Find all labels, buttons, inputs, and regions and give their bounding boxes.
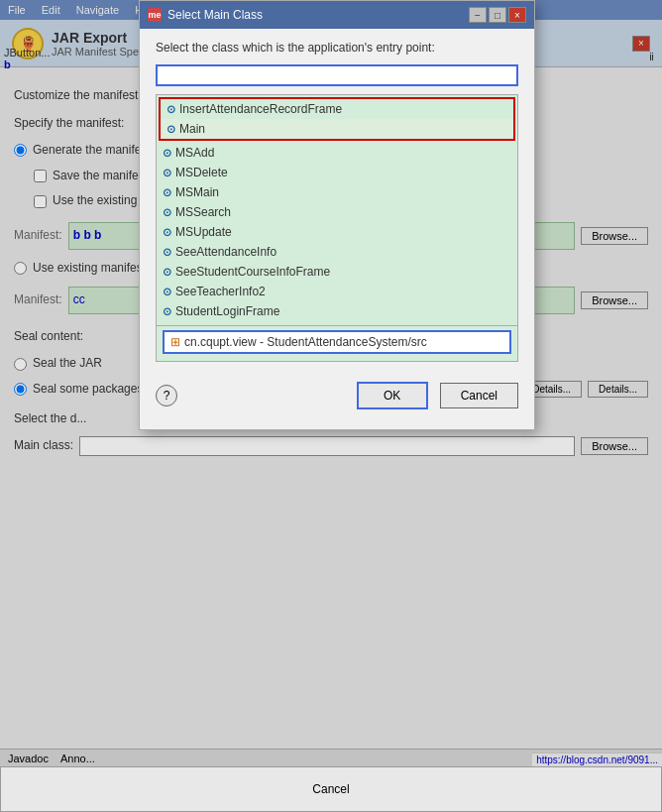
class-icon-seeattend: ⊙ (163, 246, 171, 259)
class-item-studentlogin[interactable]: ⊙ StudentLoginFrame (157, 301, 517, 321)
class-item-msadd[interactable]: ⊙ MSAdd (157, 143, 517, 163)
class-item-msmain[interactable]: ⊙ MSMain (157, 182, 517, 202)
class-icon-main: ⊙ (166, 123, 175, 136)
source-item[interactable]: ⊞ cn.cqupt.view - StudentAttendanceSyste… (163, 330, 511, 354)
class-list-container: ⊙ InsertAttendanceRecordFrame ⊙ Main ⊙ M… (156, 94, 518, 362)
dialog-titlebar: me Select Main Class − □ × (140, 1, 534, 29)
source-section: ⊞ cn.cqupt.view - StudentAttendanceSyste… (157, 325, 517, 361)
class-name-msdelete: MSDelete (175, 166, 228, 179)
class-icon-msupdate: ⊙ (163, 226, 171, 239)
class-name-mssearch: MSSearch (175, 205, 231, 219)
class-item-seeteacher[interactable]: ⊙ SeeTeacherInfo2 (157, 282, 517, 301)
window-controls: − □ × (469, 7, 526, 23)
class-name-msadd: MSAdd (175, 146, 214, 160)
class-name-msmain: MSMain (175, 185, 219, 199)
class-item-main[interactable]: ⊙ Main (161, 119, 513, 139)
class-item-msdelete[interactable]: ⊙ MSDelete (157, 163, 517, 182)
class-name-seeattend: SeeAttendanceInfo (175, 245, 276, 259)
class-name-studentlogin: StudentLoginFrame (175, 304, 279, 318)
class-icon-seeteacher: ⊙ (163, 286, 171, 298)
class-item-studentlogin2[interactable]: ⊙ StudentLoginFrame2 (157, 321, 517, 325)
class-icon-msdelete: ⊙ (163, 167, 171, 179)
class-item-insert[interactable]: ⊙ InsertAttendanceRecordFrame (161, 99, 513, 119)
class-name-seestudent: SeeStudentCourseInfoFrame (175, 265, 330, 279)
class-icon-mssearch: ⊙ (163, 206, 171, 219)
class-name-insert: InsertAttendanceRecordFrame (179, 102, 342, 116)
dialog-help-button[interactable]: ? (156, 385, 177, 406)
source-text: cn.cqupt.view - StudentAttendanceSystem/… (184, 335, 427, 349)
cancel-bottom-button[interactable]: Cancel (0, 766, 662, 812)
class-list-scroll[interactable]: ⊙ InsertAttendanceRecordFrame ⊙ Main ⊙ M… (157, 95, 517, 325)
dialog-title-text: Select Main Class (167, 8, 463, 22)
class-name-seeteacher: SeeTeacherInfo2 (175, 285, 266, 298)
maximize-icon[interactable]: □ (489, 7, 506, 23)
class-item-seeattend[interactable]: ⊙ SeeAttendanceInfo (157, 242, 517, 262)
source-package-icon: ⊞ (170, 335, 180, 349)
class-icon-msadd: ⊙ (163, 147, 171, 160)
class-search-input[interactable] (156, 64, 518, 86)
close-icon[interactable]: × (508, 7, 526, 23)
dialog-body: Select the class which is the applicatio… (140, 29, 534, 429)
class-item-msupdate[interactable]: ⊙ MSUpdate (157, 222, 517, 242)
dialog-title-icon: me (148, 8, 162, 22)
dialog-buttons-row: ? OK Cancel (156, 372, 518, 417)
ok-button[interactable]: OK (357, 382, 428, 409)
class-name-main: Main (179, 122, 205, 136)
dialog-cancel-button[interactable]: Cancel (440, 383, 518, 408)
class-icon-seestudent: ⊙ (163, 266, 171, 279)
dialog-instruction: Select the class which is the applicatio… (156, 41, 518, 55)
class-icon-msmain: ⊙ (163, 186, 171, 199)
class-icon-studentlogin2: ⊙ (163, 325, 171, 326)
wizard-bottom-bar: ? < Back Next > Finish Cancel (0, 766, 662, 812)
class-name-studentlogin2: StudentLoginFrame2 (175, 324, 286, 325)
modal-overlay: me Select Main Class − □ × Select the cl… (0, 0, 662, 766)
class-item-mssearch[interactable]: ⊙ MSSearch (157, 202, 517, 222)
class-item-seestudent[interactable]: ⊙ SeeStudentCourseInfoFrame (157, 262, 517, 282)
minimize-icon[interactable]: − (469, 7, 487, 23)
select-main-class-dialog: me Select Main Class − □ × Select the cl… (139, 0, 535, 430)
class-icon-insert: ⊙ (166, 103, 175, 116)
class-icon-studentlogin: ⊙ (163, 305, 171, 318)
class-name-msupdate: MSUpdate (175, 225, 232, 239)
